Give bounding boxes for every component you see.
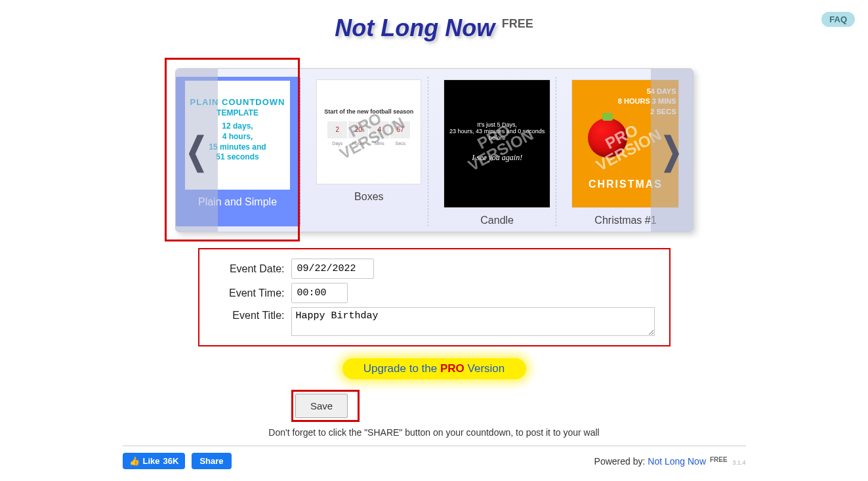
template-list: PLAIN COUNTDOWN TEMPLATE 12 days, 4 hour… — [176, 69, 693, 232]
template-name: Boxes — [354, 191, 383, 203]
box-val: 57 — [390, 121, 410, 138]
box-val: 20 — [348, 121, 368, 138]
event-title-input[interactable]: Happy Birthday — [291, 307, 655, 336]
chevron-left-icon: ❮ — [186, 129, 207, 172]
like-label: Like — [143, 456, 160, 466]
footer: 👍 Like 36K Share Powered by: Not Long No… — [123, 446, 746, 469]
template-name: Christmas #1 — [594, 215, 656, 226]
template-carousel: ❮ PLAIN COUNTDOWN TEMPLATE 12 days, 4 ho… — [175, 68, 693, 232]
template-name: Candle — [480, 215, 514, 226]
page-title-suffix: FREE — [502, 17, 533, 30]
template-card-boxes[interactable]: Start of the new football season 2 20 4 … — [310, 77, 428, 226]
box-label: Hours — [348, 141, 368, 146]
thumb-see: I see you again! — [472, 153, 522, 163]
page-title: Not Long Now — [335, 14, 495, 42]
event-date-label: Event Date: — [214, 263, 285, 275]
box-label: Secs — [390, 141, 410, 146]
share-hint: Don't forget to click the "SHARE" button… — [0, 427, 868, 438]
faq-link[interactable]: FAQ — [821, 12, 855, 27]
like-count: 36K — [163, 456, 179, 466]
carousel-next-button[interactable]: ❯ — [651, 69, 693, 232]
template-card-candle[interactable]: It's just 5 Days, 23 hours, 43 minutes a… — [438, 77, 556, 226]
upgrade-post: Version — [465, 362, 505, 375]
thumb-line: It's just 5 Days, — [477, 121, 517, 128]
powered-pre: Powered by: — [594, 456, 648, 467]
event-title-label: Event Title: — [214, 310, 285, 322]
template-thumb: It's just 5 Days, 23 hours, 43 minutes a… — [444, 79, 550, 208]
event-date-input[interactable] — [291, 259, 374, 279]
event-time-input[interactable] — [291, 283, 348, 303]
thumb-head: Start of the new football season — [321, 108, 417, 115]
chevron-right-icon: ❯ — [661, 129, 682, 172]
carousel-prev-button[interactable]: ❮ — [176, 69, 218, 232]
fb-like-button[interactable]: 👍 Like 36K — [123, 453, 186, 469]
upgrade-pro: PRO — [440, 362, 465, 375]
page-header: Not Long Now FREE — [0, 0, 868, 42]
fb-share-button[interactable]: Share — [192, 453, 231, 469]
box-val: 2 — [327, 121, 347, 138]
box-val: 4 — [369, 121, 389, 138]
event-time-label: Event Time: — [214, 287, 285, 299]
box-label: Days — [327, 141, 347, 146]
upgrade-pre: Upgrade to the — [363, 362, 440, 375]
powered-link[interactable]: Not Long Now — [648, 456, 706, 467]
thumb-line: 23 hours, 43 minutes and 0 seconds befor… — [448, 128, 546, 141]
thumb-up-icon: 👍 — [129, 456, 140, 466]
template-thumb: Start of the new football season 2 20 4 … — [316, 79, 421, 184]
ornament-icon — [588, 118, 627, 157]
save-button[interactable]: Save — [295, 394, 348, 418]
upgrade-link[interactable]: Upgrade to the PRO Version — [342, 358, 526, 379]
box-label: Mins — [369, 141, 389, 146]
powered-suffix: FREE — [710, 456, 728, 463]
version-text: 3.1.4 — [732, 459, 745, 466]
event-form: Event Date: Event Time: Event Title: Hap… — [198, 248, 671, 346]
powered-by: Powered by: Not Long Now FREE 3.1.4 — [594, 456, 746, 467]
